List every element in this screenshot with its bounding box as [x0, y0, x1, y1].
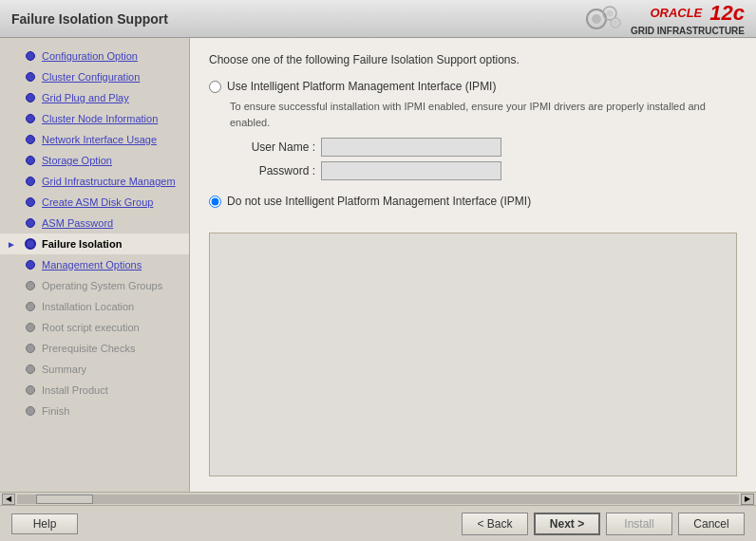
bottom-right-actions: < Back Next > Install Cancel	[462, 513, 745, 535]
title-bar: Failure Isolation Support ORACLE 12c GRI…	[0, 0, 756, 38]
sidebar-icon-failure-isolation	[23, 236, 38, 252]
sidebar-item-failure-isolation[interactable]: ►Failure Isolation	[0, 233, 189, 254]
password-row: Password :	[230, 161, 737, 180]
oracle-version: 12c	[709, 1, 745, 26]
sidebar-label-cluster-node-information[interactable]: Cluster Node Information	[42, 113, 158, 124]
sidebar-item-installation-location: Installation Location	[0, 296, 189, 317]
password-label: Password :	[230, 164, 315, 177]
scroll-track[interactable]	[17, 494, 739, 504]
sidebar-label-summary: Summary	[42, 364, 86, 375]
sidebar-icon-install-product	[23, 382, 38, 398]
log-area	[209, 233, 737, 476]
sidebar-icon-grid-plug-and-play	[23, 90, 38, 105]
sidebar-label-failure-isolation[interactable]: Failure Isolation	[42, 238, 122, 250]
scroll-left-arrow[interactable]: ◀	[2, 494, 15, 505]
username-row: User Name :	[230, 138, 737, 157]
content-intro: Choose one of the following Failure Isol…	[209, 53, 737, 66]
no-ipmi-radio-row[interactable]: Do not use Intelligent Platform Manageme…	[209, 195, 737, 208]
sidebar-icon-management-options	[23, 257, 38, 272]
sidebar-icon-configuration-option	[23, 48, 38, 64]
svg-point-5	[614, 21, 618, 26]
sidebar-label-network-interface-usage[interactable]: Network Interface Usage	[42, 134, 157, 145]
sidebar-label-asm-password[interactable]: ASM Password	[42, 217, 113, 229]
back-button[interactable]: < Back	[462, 513, 528, 535]
sidebar-item-asm-password[interactable]: ASM Password	[0, 213, 189, 233]
sidebar-arrow-failure-isolation: ►	[4, 239, 19, 250]
sidebar-item-management-options[interactable]: Management Options	[0, 254, 189, 275]
oracle-brand: ORACLE	[650, 6, 702, 20]
scroll-thumb[interactable]	[36, 494, 93, 504]
username-input[interactable]	[321, 138, 501, 157]
sidebar-icon-cluster-node-information	[23, 111, 38, 126]
sidebar-item-grid-infrastructure-management[interactable]: Grid Infrastructure Managem	[0, 171, 189, 192]
sidebar-label-finish: Finish	[42, 405, 69, 417]
sidebar-item-root-script-execution: Root script execution	[0, 317, 189, 338]
no-ipmi-label: Do not use Intelligent Platform Manageme…	[227, 195, 531, 208]
sidebar-label-configuration-option[interactable]: Configuration Option	[42, 50, 138, 62]
oracle-logo: ORACLE 12c GRID INFRASTRUCTURE	[579, 1, 745, 37]
sidebar-item-finish: Finish	[0, 401, 189, 421]
sidebar-icon-network-interface-usage	[23, 132, 38, 147]
scrollbar-area: ◀ ▶	[0, 492, 756, 505]
sidebar-icon-create-asm-disk-group	[23, 195, 38, 210]
use-ipmi-label: Use Intelligent Platform Management Inte…	[227, 80, 496, 93]
bottom-bar: Help < Back Next > Install Cancel	[0, 505, 756, 541]
sidebar-item-summary: Summary	[0, 359, 189, 380]
ipmi-radio-row[interactable]: Use Intelligent Platform Management Inte…	[209, 80, 737, 93]
password-input[interactable]	[321, 161, 501, 180]
sidebar-item-network-interface-usage[interactable]: Network Interface Usage	[0, 129, 189, 150]
sidebar-item-cluster-node-information[interactable]: Cluster Node Information	[0, 108, 189, 129]
sidebar-icon-summary	[23, 362, 38, 377]
main-container: Configuration OptionCluster Configuratio…	[0, 38, 756, 492]
sidebar-icon-grid-infrastructure-management	[23, 174, 38, 189]
sidebar-icon-prerequisite-checks	[23, 341, 38, 356]
sidebar-icon-finish	[23, 403, 38, 419]
use-ipmi-radio[interactable]	[209, 81, 221, 93]
sidebar-item-operating-system-groups: Operating System Groups	[0, 275, 189, 296]
sidebar-item-configuration-option[interactable]: Configuration Option	[0, 46, 189, 66]
svg-point-1	[592, 14, 601, 24]
ipmi-option-section: Use Intelligent Platform Management Inte…	[209, 80, 737, 185]
sidebar-item-prerequisite-checks: Prerequisite Checks	[0, 338, 189, 359]
sidebar-icon-asm-password	[23, 215, 38, 231]
sidebar-label-grid-infrastructure-management[interactable]: Grid Infrastructure Managem	[42, 176, 176, 187]
sidebar-label-management-options[interactable]: Management Options	[42, 259, 142, 270]
install-button[interactable]: Install	[606, 513, 672, 535]
page-title: Failure Isolation Support	[11, 11, 168, 27]
sidebar-icon-cluster-configuration	[23, 69, 38, 84]
sidebar-icon-root-script-execution	[23, 320, 38, 335]
sidebar-label-create-asm-disk-group[interactable]: Create ASM Disk Group	[42, 196, 153, 208]
sidebar-item-cluster-configuration[interactable]: Cluster Configuration	[0, 66, 189, 87]
sidebar-item-install-product: Install Product	[0, 380, 189, 401]
sidebar-label-install-product: Install Product	[42, 384, 108, 396]
sidebar-label-root-script-execution: Root script execution	[42, 322, 140, 333]
sidebar-item-grid-plug-and-play[interactable]: Grid Plug and Play	[0, 87, 189, 108]
sidebar: Configuration OptionCluster Configuratio…	[0, 38, 190, 492]
sidebar-label-cluster-configuration[interactable]: Cluster Configuration	[42, 71, 140, 83]
username-label: User Name :	[230, 140, 315, 154]
sidebar-label-grid-plug-and-play[interactable]: Grid Plug and Play	[42, 92, 129, 103]
sidebar-label-operating-system-groups: Operating System Groups	[42, 280, 162, 291]
content-area: Choose one of the following Failure Isol…	[190, 38, 756, 492]
sidebar-icon-installation-location	[23, 299, 38, 314]
svg-point-3	[607, 10, 614, 17]
sidebar-label-prerequisite-checks: Prerequisite Checks	[42, 343, 135, 354]
no-ipmi-option-section: Do not use Intelligent Platform Manageme…	[209, 195, 737, 214]
oracle-product-name: GRID INFRASTRUCTURE	[631, 26, 745, 37]
no-ipmi-radio[interactable]	[209, 196, 221, 208]
sidebar-item-create-asm-disk-group[interactable]: Create ASM Disk Group	[0, 192, 189, 213]
next-button[interactable]: Next >	[534, 513, 600, 535]
ipmi-description: To ensure successful installation with I…	[230, 99, 737, 130]
bottom-left-actions: Help	[11, 513, 78, 534]
help-button[interactable]: Help	[11, 513, 78, 534]
sidebar-item-storage-option[interactable]: Storage Option	[0, 150, 189, 171]
sidebar-label-storage-option[interactable]: Storage Option	[42, 155, 112, 166]
gear-decorative-icon	[579, 2, 627, 35]
sidebar-icon-storage-option	[23, 153, 38, 168]
scroll-right-arrow[interactable]: ▶	[741, 494, 754, 505]
sidebar-icon-operating-system-groups	[23, 278, 38, 293]
cancel-button[interactable]: Cancel	[678, 513, 745, 535]
sidebar-label-installation-location: Installation Location	[42, 301, 134, 312]
